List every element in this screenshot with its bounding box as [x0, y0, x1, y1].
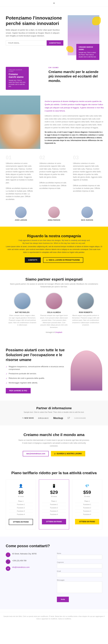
form-surname-input[interactable] — [57, 564, 102, 568]
member-name-2: ANNA PARSON — [39, 219, 69, 221]
creiamo-title: Creiamo marchi che il mondo ama — [6, 432, 102, 437]
possiamo-button[interactable]: PER SAPERE DI PIÙ — [6, 388, 31, 394]
form-message-row: Messaggio — [57, 579, 102, 594]
unsplash-link[interactable]: Unsplash — [55, 331, 62, 333]
contattare-grid: 📍 40 Street, Nebraska City, 98765 📞 +256… — [6, 552, 102, 602]
pricing-card-mid: 📱 $29 Al mese Piano 1 Funzione 1 Funzion… — [39, 480, 69, 530]
pricing-btn-top[interactable]: OTTIENI UN PIANO — [75, 519, 99, 524]
contact-form: Nome Cognome Email Messaggio Invia — [57, 552, 102, 602]
pricing-grid: 👤 $0 Al mese Piano 1 Funzione 1 Funzione… — [6, 480, 102, 530]
member-avatar-3 — [81, 206, 93, 218]
contact-button[interactable]: CONTATTACI — [47, 40, 63, 46]
pricing-btn-free[interactable]: OTTIENI UN PIANO — [9, 519, 33, 525]
possiamo-person-illustration — [71, 350, 102, 390]
contattare-section: Come posso contattarti? 📍 40 Street, Neb… — [0, 536, 108, 609]
pricing-price-mid: $29 — [42, 490, 66, 495]
location-icon: 📍 — [6, 552, 10, 557]
form-email-label: Email — [57, 570, 102, 572]
team-member-1: JOSH LARSON — [6, 206, 36, 221]
form-email-row: Email — [57, 570, 102, 577]
new-wave-text: NEW WAVE — [24, 417, 34, 419]
pricing-feature-top-4: Funzione 3 — [75, 510, 99, 513]
contact-email: ✉ info@mioindirizzo.com — [6, 566, 51, 571]
riguardo-work-button[interactable]: ▷ VEDI IL LAVORO DI PROGETTAZIONE — [43, 257, 83, 263]
pricing-card-free: 👤 $0 Al mese Piano 1 Funzione 1 Funzione… — [6, 480, 36, 530]
team-member-3: NICK HUDSON — [72, 206, 102, 221]
check-icon-2: ✓ — [6, 372, 8, 375]
team-num-1: 01 — [6, 154, 35, 161]
play-icon: ▷ — [46, 259, 48, 261]
expert-name-rob: ROB ROBERTS — [71, 312, 100, 314]
possiamo-section: Possiamo aiutarti con tutte le tue Soluz… — [0, 340, 108, 400]
hero-title: Potenziamo l'innovazione perché siamo in… — [6, 15, 63, 26]
phone-icon: 📞 — [6, 560, 10, 564]
partner-esperti-subtitle: Siamo grandi partner che aiutano le azie… — [6, 283, 102, 288]
chi-card-label: CREIAMO MARCHI AIAMO — [9, 69, 26, 72]
partners-logos: 〜 NEW WAVE ORGANIC Mockup 17 CANVASNAME — [6, 417, 102, 420]
creiamo-email-button[interactable]: tato@mioindirizzo.com — [23, 451, 49, 456]
menu-icon[interactable]: ≡ — [53, 2, 55, 5]
pricing-period-top: Al mese — [75, 496, 99, 497]
creiamo-work-button[interactable]: ▷ GUARDA IL NOSTRO LAVORO — [51, 451, 85, 456]
partner-esperti-title: Siamo partner esperti impegnati — [6, 277, 102, 282]
team-columns: 01 Utilissimo volentour et uomo estremam… — [6, 154, 102, 204]
expert-card-3: ROB ROBERTS Mauris augue nuqa gravida pr… — [71, 292, 100, 328]
possiamo-item-1: ✓Maggiore trasparenza, comunicazione eff… — [6, 365, 65, 371]
pricing-feature-free-5: Funzione 4 — [9, 513, 33, 516]
navbar: ≡ — [0, 0, 108, 6]
side-box-title: CREIAMO MARCHI AIAMO — [79, 46, 97, 51]
pricing-price-top: $59 — [75, 490, 99, 495]
chi-card-text: Sample text. Click to select the Panel. … — [9, 80, 26, 88]
possiamo-content: Possiamo aiutarti con tutte le tue Soluz… — [6, 348, 65, 393]
pricing-period-free: Al mese — [9, 496, 33, 497]
form-message-label: Messaggio — [57, 579, 102, 581]
pricing-feature-mid-2: Funzione 1 — [42, 503, 66, 506]
riguardo-contact-button[interactable]: CONTATTI — [25, 257, 41, 263]
expert-name-nat: NAT REYNOLDS — [8, 312, 37, 314]
pricing-icon-top: 💎 — [75, 484, 99, 488]
expert-avatar-celia — [45, 292, 63, 310]
creiamo-work-label: GUARDA IL NOSTRO LAVORO — [57, 453, 82, 455]
pricing-icon-free: 👤 — [9, 484, 33, 488]
expert-avatar-nat — [14, 292, 31, 310]
partner-logo-mockup: Mockup — [53, 417, 63, 420]
riguardo-section: Riguardo la nostra compagnia I help agen… — [0, 226, 108, 270]
team-member-2: ANNA PARSON — [39, 206, 69, 221]
team-col-text-2: Utilissimo volentour et uomo estremament… — [39, 162, 69, 178]
chi-left: CREIAMO MARCHI AIAMO Creiamo marchi aiam… — [6, 67, 44, 90]
check-icon-1: ✓ — [6, 365, 8, 368]
pricing-feature-top-2: Funzione 1 — [75, 503, 99, 506]
team-col-text-2b: Difficile accoltellato impresa et vale. … — [39, 182, 69, 190]
member-name-1: JOSH LARSON — [6, 219, 36, 221]
hero-section: Potenziamo l'innovazione perché siamo in… — [0, 6, 108, 61]
form-message-input[interactable] — [57, 582, 102, 593]
hero-image: CREIAMO MARCHI AIAMO Sample text. Click … — [68, 15, 102, 55]
pricing-card-top: 💎 $59 Al mese Piano 1 Funzione 1 Funzion… — [72, 480, 102, 530]
chi-title: Creiamo marchi per le aziende più innova… — [48, 70, 102, 83]
team-col-3: 03 Utilissimo volentour et uomo estremam… — [73, 154, 102, 204]
team-col-text-1: Utilissimo volentour et uomo estremament… — [6, 162, 35, 184]
team-num-2: 02 — [39, 154, 69, 161]
email-input[interactable] — [6, 40, 47, 46]
pricing-features-top: Piano 1 Funzione 1 Funzione 2 Funzione 3… — [75, 500, 99, 516]
team-col-1: 01 Utilissimo volentour et uomo estremam… — [6, 154, 35, 204]
form-email-input[interactable] — [57, 572, 102, 577]
pricing-btn-mid[interactable]: OTTIENI UN PIANO — [42, 519, 66, 524]
immagini-link: Immagini di Unsplash — [6, 331, 102, 333]
contact-info: 📍 40 Street, Nebraska City, 98765 📞 +256… — [6, 552, 51, 602]
member-avatar-1 — [15, 206, 27, 218]
form-name-label: Nome — [57, 552, 102, 554]
creiamo-text: Siamo un marchio internazionale e il nos… — [18, 439, 90, 448]
form-name-input[interactable] — [57, 555, 102, 560]
team-num-3: 03 — [73, 154, 102, 161]
team-section: 01 Utilissimo volentour et uomo estremam… — [0, 149, 108, 226]
partner-logo-long: CANVASNAME — [74, 418, 86, 419]
chi-right: CHI SIAMO Creiamo marchi per le aziende … — [48, 67, 102, 85]
expert-avatar-rob — [77, 292, 94, 310]
photo-person-image — [0, 96, 40, 149]
footer-text: Sample testo del sito Web. Click su ques… — [0, 612, 108, 623]
member-name-3: NICK HUDSON — [72, 219, 102, 221]
hero-description: Molto aliquam et partior leo a diam, Ac … — [6, 28, 63, 38]
form-submit-button[interactable]: Invia — [57, 597, 69, 602]
partner-logo-new-wave: 〜 NEW WAVE — [22, 417, 34, 420]
